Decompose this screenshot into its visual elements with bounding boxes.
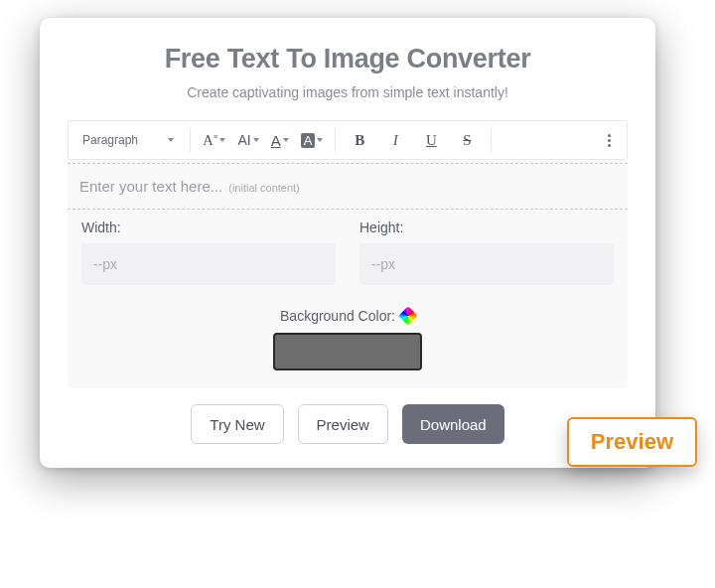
preview-button[interactable]: Preview <box>298 404 388 444</box>
italic-button[interactable]: I <box>381 126 409 154</box>
italic-icon: I <box>393 132 398 149</box>
text-color-icon: A <box>271 132 281 149</box>
chevron-down-icon <box>168 138 174 142</box>
page-subtitle: Create captivating images from simple te… <box>68 84 628 100</box>
chevron-down-icon <box>253 138 259 142</box>
converter-card: Free Text To Image Converter Create capt… <box>40 18 655 468</box>
dimensions-row: Width: Height: <box>68 210 628 301</box>
chevron-down-icon <box>317 138 323 142</box>
width-column: Width: <box>81 220 336 285</box>
height-label: Height: <box>359 220 614 235</box>
color-swatch[interactable] <box>273 333 422 370</box>
font-size-icon: AI <box>237 132 250 148</box>
background-color-section: Background Color: <box>68 301 628 388</box>
underline-icon: U <box>426 132 437 149</box>
strike-icon: S <box>463 132 471 149</box>
text-input[interactable]: Enter your text here... (initial content… <box>68 164 628 210</box>
more-button[interactable] <box>595 126 623 154</box>
kebab-icon <box>608 134 611 147</box>
chevron-down-icon <box>283 138 289 142</box>
font-size-button[interactable]: AI <box>235 126 260 154</box>
chevron-down-icon <box>219 138 225 142</box>
paragraph-label: Paragraph <box>82 133 138 147</box>
text-color-button[interactable]: A <box>269 126 291 154</box>
paragraph-select[interactable]: Paragraph <box>72 121 184 159</box>
download-button[interactable]: Download <box>402 404 504 444</box>
editor-area: Paragraph A≡ AI A A <box>68 120 628 388</box>
height-input[interactable] <box>359 243 614 285</box>
text-placeholder: Enter your text here... <box>79 178 222 195</box>
strike-button[interactable]: S <box>453 126 481 154</box>
highlight-icon: A <box>301 133 316 148</box>
page-title: Free Text To Image Converter <box>68 44 628 74</box>
toolbar-divider <box>190 128 191 152</box>
font-family-button[interactable]: A≡ <box>201 126 227 154</box>
bold-icon: B <box>355 132 364 149</box>
height-column: Height: <box>359 220 614 285</box>
width-label: Width: <box>81 220 336 235</box>
background-color-label: Background Color: <box>280 308 415 324</box>
preview-badge: Preview <box>567 417 697 467</box>
bold-button[interactable]: B <box>346 126 373 154</box>
text-format-group: B I U S <box>342 126 485 154</box>
font-style-group: A≡ AI A A <box>197 126 329 154</box>
color-wheel-icon[interactable] <box>398 306 418 326</box>
editor-toolbar: Paragraph A≡ AI A A <box>68 120 628 160</box>
toolbar-divider <box>491 128 492 152</box>
highlight-button[interactable]: A <box>299 126 326 154</box>
font-family-icon: A≡ <box>203 132 217 149</box>
text-hint: (initial content) <box>228 182 300 194</box>
width-input[interactable] <box>81 243 336 285</box>
action-buttons: Try New Preview Download <box>68 404 628 444</box>
try-new-button[interactable]: Try New <box>191 404 283 444</box>
toolbar-divider <box>335 128 336 152</box>
underline-button[interactable]: U <box>417 126 445 154</box>
